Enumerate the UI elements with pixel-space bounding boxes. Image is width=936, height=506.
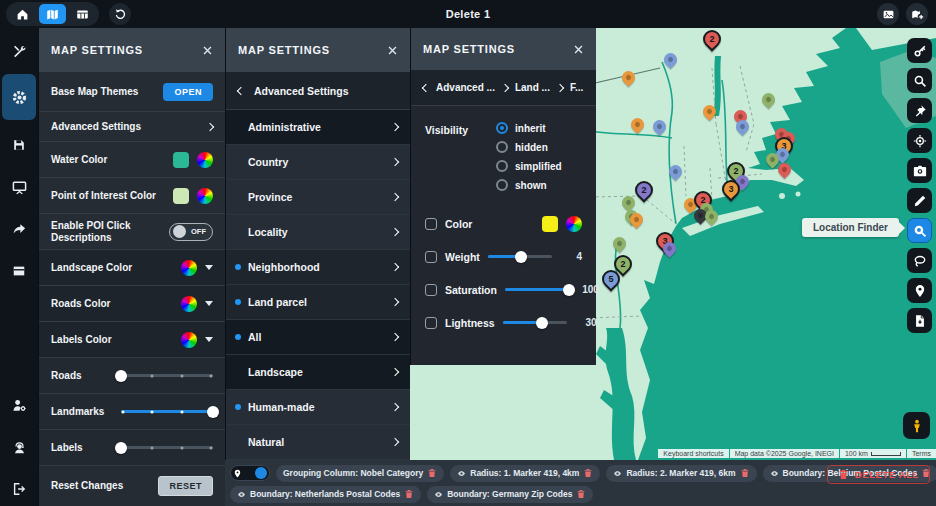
chip-grouping-column[interactable]: Grouping Column: Nobel Category <box>276 465 444 482</box>
color-wheel-icon[interactable] <box>197 188 213 204</box>
trash-icon[interactable] <box>404 489 414 499</box>
close-icon[interactable] <box>387 45 398 56</box>
key-icon[interactable] <box>907 38 932 63</box>
camera-icon[interactable] <box>907 158 932 183</box>
color-wheel-icon[interactable] <box>181 260 197 276</box>
trash-icon[interactable] <box>740 468 750 478</box>
add-map-icon[interactable] <box>906 3 928 25</box>
map-cluster-pin[interactable]: 2 <box>631 177 656 202</box>
location-finder-icon[interactable] <box>907 218 932 243</box>
landmarks-slider[interactable] <box>121 410 213 413</box>
map-pin[interactable] <box>619 68 637 86</box>
edit-icon[interactable] <box>907 188 932 213</box>
pushpin-icon[interactable] <box>907 98 932 123</box>
pins-visibility-toggle[interactable] <box>230 465 270 481</box>
lasso-icon[interactable] <box>907 248 932 273</box>
drop-pin-icon[interactable] <box>907 278 932 303</box>
reset-changes-label: Reset Changes <box>51 480 123 492</box>
radio-inherit[interactable]: inherit <box>496 122 582 134</box>
map-pin[interactable] <box>619 193 637 211</box>
poi-color-swatch[interactable] <box>173 188 189 204</box>
item-natural[interactable]: Natural <box>226 425 410 460</box>
item-all[interactable]: All <box>226 320 410 355</box>
caret-down-icon[interactable] <box>205 301 213 306</box>
weight-slider[interactable] <box>488 255 552 258</box>
breadcrumb-land[interactable]: Land ... <box>515 82 550 93</box>
color-wheel-icon[interactable] <box>181 296 197 312</box>
lightness-value: 30 <box>575 317 597 328</box>
lightness-checkbox[interactable] <box>425 317 437 329</box>
trash-icon[interactable] <box>427 468 437 478</box>
chip-radius-1[interactable]: Radius: 1. Marker 419, 4km <box>450 465 600 482</box>
poi-toggle[interactable]: OFF <box>169 223 213 241</box>
caret-down-icon[interactable] <box>205 337 213 342</box>
map-pin[interactable] <box>628 115 646 133</box>
item-land-parcel[interactable]: Land parcel <box>226 285 410 320</box>
user-management-icon[interactable] <box>4 390 34 420</box>
image-export-icon[interactable] <box>877 3 899 25</box>
share-icon[interactable] <box>4 214 34 244</box>
map-pin[interactable] <box>610 234 628 252</box>
logout-icon[interactable] <box>4 474 34 504</box>
open-button[interactable]: OPEN <box>163 83 213 101</box>
terms-link[interactable]: Terms <box>907 449 936 458</box>
lightness-slider[interactable] <box>503 321 567 324</box>
delete-all-button[interactable]: DELETE ALL <box>827 465 930 484</box>
chip-radius-2[interactable]: Radius: 2. Marker 419, 6km <box>606 465 756 482</box>
tools-icon[interactable] <box>4 36 34 66</box>
color-wheel-icon[interactable] <box>197 152 213 168</box>
eye-icon <box>237 490 246 499</box>
item-landscape[interactable]: Landscape <box>226 355 410 390</box>
water-color-swatch[interactable] <box>173 152 189 168</box>
labels-slider[interactable] <box>121 446 213 449</box>
file-export-icon[interactable] <box>907 308 932 333</box>
chip-boundary-germany[interactable]: Boundary: Germany Zip Codes <box>427 486 593 503</box>
advanced-settings-row[interactable]: Advanced Settings <box>39 112 225 142</box>
item-neighborhood[interactable]: Neighborhood <box>226 250 410 285</box>
breadcrumb-advanced[interactable]: Advanced ... <box>436 82 495 93</box>
map-pin[interactable] <box>700 102 718 120</box>
presentation-icon[interactable] <box>4 172 34 202</box>
reset-button[interactable]: RESET <box>158 476 213 496</box>
item-country[interactable]: Country <box>226 145 410 180</box>
map-pin[interactable] <box>661 50 679 68</box>
support-icon[interactable] <box>4 432 34 462</box>
saturation-checkbox[interactable] <box>425 284 437 296</box>
item-locality[interactable]: Locality <box>226 215 410 250</box>
landscape-color-row: Landscape Color <box>39 250 225 286</box>
chevron-left-icon[interactable] <box>422 83 430 91</box>
yellow-swatch[interactable] <box>542 216 558 232</box>
map-pin[interactable] <box>759 90 777 108</box>
page-title: Delete 1 <box>0 8 936 20</box>
color-checkbox[interactable] <box>425 218 437 230</box>
saturation-slider[interactable] <box>505 288 569 291</box>
radio-hidden[interactable]: hidden <box>496 141 582 153</box>
chip-boundary-netherlands[interactable]: Boundary: Netherlands Postal Codes <box>230 486 421 503</box>
trash-icon[interactable] <box>583 468 593 478</box>
map-pin[interactable] <box>666 162 684 180</box>
map-pin[interactable] <box>650 117 668 135</box>
keyboard-shortcuts-link[interactable]: Keyboard shortcuts <box>658 449 728 458</box>
radio-shown[interactable]: shown <box>496 179 582 191</box>
close-icon[interactable] <box>202 45 213 56</box>
pegman-button[interactable] <box>903 412 930 439</box>
tray-icon[interactable] <box>4 256 34 286</box>
close-icon[interactable] <box>573 44 584 55</box>
back-advanced-settings[interactable]: Advanced Settings <box>226 72 410 110</box>
weight-checkbox[interactable] <box>425 251 437 263</box>
radio-simplified[interactable]: simplified <box>496 160 582 172</box>
save-icon[interactable] <box>4 130 34 160</box>
roads-slider[interactable] <box>121 374 213 377</box>
roads-slider-label: Roads <box>51 370 82 382</box>
settings-icon[interactable] <box>2 74 36 120</box>
item-province[interactable]: Province <box>226 180 410 215</box>
item-human-made[interactable]: Human-made <box>226 390 410 425</box>
locate-icon[interactable] <box>907 128 932 153</box>
search-icon[interactable] <box>907 68 932 93</box>
caret-down-icon[interactable] <box>205 265 213 270</box>
trash-icon[interactable] <box>576 489 586 499</box>
color-wheel-icon[interactable] <box>566 216 582 232</box>
color-wheel-icon[interactable] <box>181 332 197 348</box>
map-cluster-pin[interactable]: 2 <box>699 28 724 52</box>
item-administrative[interactable]: Administrative <box>226 110 410 145</box>
